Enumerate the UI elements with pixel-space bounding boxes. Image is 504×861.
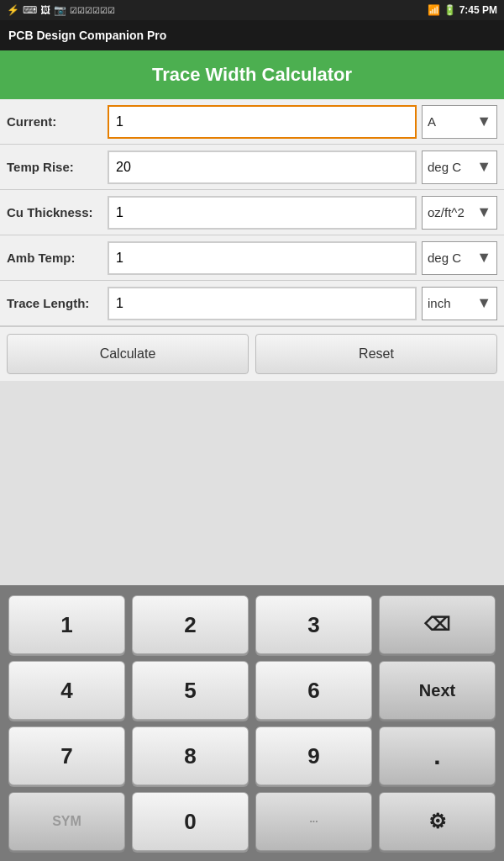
- key-5[interactable]: 5: [132, 661, 249, 720]
- cu-thickness-unit-value: oz/ft^2: [423, 205, 471, 219]
- temp-rise-unit-select[interactable]: deg C ▼: [422, 151, 497, 184]
- check-icons: ☑☑☑☑☑☑: [70, 6, 115, 15]
- key-4[interactable]: 4: [8, 661, 125, 720]
- status-left-icons: ⚡ ⌨ 🖼 📷 ☑☑☑☑☑☑: [7, 4, 115, 16]
- key-2[interactable]: 2: [132, 595, 249, 654]
- key-sym[interactable]: SYM: [8, 792, 125, 851]
- app-title: PCB Design Companion Pro: [8, 29, 166, 42]
- title-bar: PCB Design Companion Pro: [0, 20, 504, 50]
- amb-temp-input[interactable]: [108, 241, 417, 275]
- form-area: Current: A ▼ Temp Rise: deg C ▼ Cu Thick…: [0, 99, 504, 381]
- camera-icon: 📷: [54, 4, 66, 16]
- image-icon: 🖼: [40, 4, 50, 16]
- clock: 7:45 PM: [459, 4, 497, 16]
- cu-thickness-unit-arrow: ▼: [471, 203, 496, 221]
- key-empty[interactable]: ···: [255, 792, 372, 851]
- key-6[interactable]: 6: [255, 661, 372, 720]
- cu-thickness-unit-select[interactable]: oz/ft^2 ▼: [422, 196, 497, 230]
- trace-length-input[interactable]: [108, 287, 417, 320]
- key-1[interactable]: 1: [8, 595, 125, 654]
- trace-length-label: Trace Length:: [7, 296, 108, 310]
- temp-rise-input[interactable]: [108, 151, 417, 184]
- key-next[interactable]: Next: [379, 661, 496, 720]
- keyboard: 1 2 3 ⌫ 4 5 6 Next 7 8 9 . SYM 0 ··· ⚙: [0, 585, 504, 861]
- trace-length-row: Trace Length: inch ▼: [0, 281, 504, 326]
- keyboard-icon: ⌨: [23, 4, 37, 16]
- cu-thickness-label: Cu Thickness:: [7, 205, 108, 219]
- cu-thickness-input[interactable]: [108, 196, 417, 230]
- backspace-icon: ⌫: [424, 614, 450, 636]
- current-input[interactable]: [108, 105, 417, 139]
- app-header: Trace Width Calculator: [0, 50, 504, 99]
- key-gear[interactable]: ⚙: [379, 792, 496, 851]
- button-row: Calculate Reset: [0, 326, 504, 381]
- header-title: Trace Width Calculator: [152, 64, 352, 85]
- cu-thickness-row: Cu Thickness: oz/ft^2 ▼: [0, 190, 504, 235]
- spacer: [0, 381, 504, 585]
- key-3[interactable]: 3: [255, 595, 372, 654]
- status-right-icons: 📶 🔋 7:45 PM: [428, 4, 497, 16]
- gear-icon: ⚙: [428, 810, 447, 833]
- amb-temp-unit-arrow: ▼: [471, 249, 496, 267]
- reset-button[interactable]: Reset: [255, 334, 497, 374]
- amb-temp-row: Amb Temp: deg C ▼: [0, 235, 504, 281]
- key-9[interactable]: 9: [255, 726, 372, 785]
- temp-rise-unit-arrow: ▼: [471, 158, 496, 176]
- current-row: Current: A ▼: [0, 99, 504, 145]
- temp-rise-unit-value: deg C: [423, 160, 471, 174]
- trace-length-unit-arrow: ▼: [471, 294, 496, 312]
- temp-rise-row: Temp Rise: deg C ▼: [0, 145, 504, 190]
- amb-temp-unit-value: deg C: [423, 251, 471, 265]
- current-unit-arrow: ▼: [471, 113, 496, 130]
- amb-temp-label: Amb Temp:: [7, 251, 108, 265]
- current-label: Current:: [7, 114, 108, 129]
- status-bar: ⚡ ⌨ 🖼 📷 ☑☑☑☑☑☑ 📶 🔋 7:45 PM: [0, 0, 504, 20]
- trace-length-unit-value: inch: [423, 296, 471, 310]
- calculate-button[interactable]: Calculate: [7, 334, 249, 374]
- trace-length-unit-select[interactable]: inch ▼: [422, 287, 497, 320]
- current-unit-value: A: [423, 114, 471, 129]
- usb-icon: ⚡: [7, 4, 19, 16]
- key-0[interactable]: 0: [132, 792, 249, 851]
- amb-temp-unit-select[interactable]: deg C ▼: [422, 241, 497, 275]
- key-dot[interactable]: .: [379, 726, 496, 785]
- key-8[interactable]: 8: [132, 726, 249, 785]
- battery-icon: 🔋: [444, 4, 456, 16]
- temp-rise-label: Temp Rise:: [7, 160, 108, 174]
- current-unit-select[interactable]: A ▼: [422, 105, 497, 139]
- key-backspace[interactable]: ⌫: [379, 595, 496, 654]
- key-7[interactable]: 7: [8, 726, 125, 785]
- wifi-icon: 📶: [428, 4, 440, 16]
